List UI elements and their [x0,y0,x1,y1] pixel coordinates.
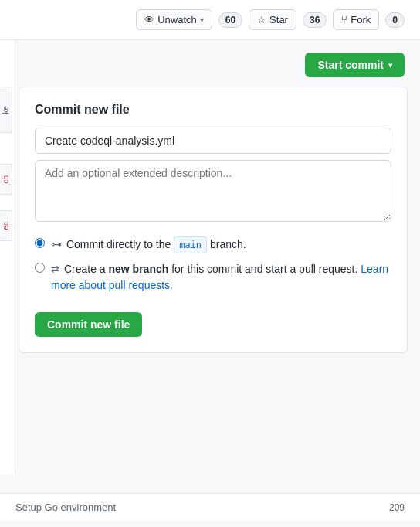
top-bar: 👁 Unwatch ▾ 60 ☆ Star 36 ⑂ Fork 0 [0,0,420,40]
left-tab2: ch [0,164,12,195]
radio-new-branch-label[interactable]: ⇄ Create a new branch for this commit an… [51,261,391,294]
left-tab: ke [0,87,12,133]
main-content: Start commit ▾ ke ch ec Commit new file … [0,40,420,521]
star-count-badge: 36 [303,12,327,28]
commit-message-input[interactable] [35,128,391,154]
left-tab3: ec [0,210,12,241]
fork-label: Fork [351,14,371,26]
fork-count-badge: 0 [385,12,405,28]
watch-caret-icon: ▾ [200,15,204,24]
commit-directly-text1: Commit directly to the [66,238,174,250]
branch-direct-icon: ⊶ [51,236,62,253]
start-commit-area: Start commit ▾ [0,40,420,87]
commit-file-button-label: Commit new file [47,318,130,331]
commit-new-file-button[interactable]: Commit new file [35,312,142,337]
left-tab-text: ke [2,106,10,114]
start-commit-caret-icon: ▾ [388,61,392,70]
star-icon: ☆ [257,14,266,26]
commit-panel: Commit new file ⊶ Commit directly to the… [19,87,408,353]
main-branch-badge: main [174,236,207,253]
bottom-hint-count: 209 [389,502,405,513]
fork-icon: ⑂ [341,14,347,26]
pr-icon: ⇄ [51,262,59,277]
commit-description-input[interactable] [35,160,391,222]
radio-direct-label[interactable]: ⊶ Commit directly to the main branch. [51,236,246,253]
bottom-hint-text: Setup Go environment [15,502,116,513]
bottom-hint-bar: Setup Go environment 209 [0,493,420,521]
radio-option-new-branch: ⇄ Create a new branch for this commit an… [35,261,391,294]
new-branch-text1: Create a [64,263,109,275]
commit-directly-text2: branch. [210,238,246,250]
start-commit-button[interactable]: Start commit ▾ [305,53,405,77]
radio-new-branch-input[interactable] [35,263,45,273]
watch-count-badge: 60 [218,12,242,28]
new-branch-text2: for this commit and start a pull request… [168,263,361,275]
fork-button[interactable]: ⑂ Fork [333,9,379,30]
watch-label: Unwatch [158,14,197,26]
eye-icon: 👁 [144,14,154,26]
radio-option-direct: ⊶ Commit directly to the main branch. [35,236,391,253]
star-label: Star [269,14,288,26]
branch-options: ⊶ Commit directly to the main branch. ⇄ … [35,236,391,294]
star-button[interactable]: ☆ Star [249,9,296,30]
commit-panel-title: Commit new file [35,103,391,117]
left-tab2-text: ch [2,175,10,184]
radio-direct-input[interactable] [35,238,45,248]
left-tab3-text: ec [2,222,10,230]
unwatch-button[interactable]: 👁 Unwatch ▾ [136,9,212,30]
new-branch-bold: new branch [108,263,168,275]
start-commit-label: Start commit [317,59,384,71]
left-edge: ke ch ec [0,40,15,474]
